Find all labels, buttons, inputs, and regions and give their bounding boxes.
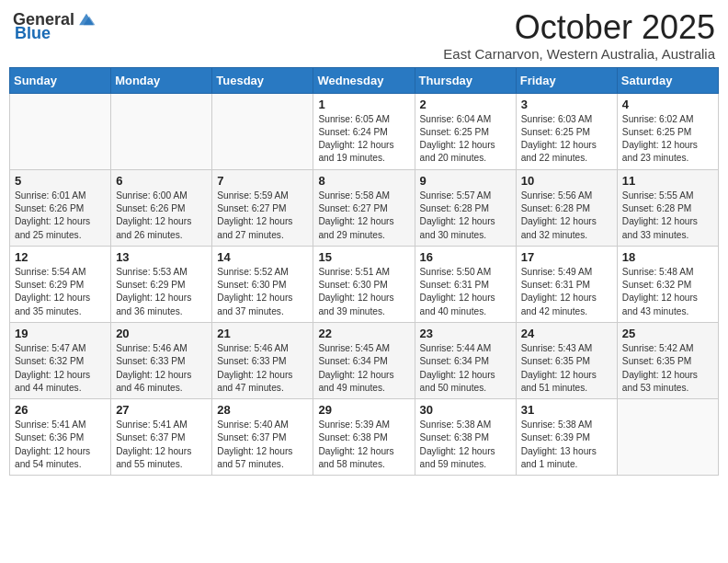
calendar-cell: 20Sunrise: 5:46 AM Sunset: 6:33 PM Dayli… [111,322,212,398]
day-info: Sunrise: 5:43 AM Sunset: 6:35 PM Dayligh… [521,342,612,395]
calendar-cell: 9Sunrise: 5:57 AM Sunset: 6:28 PM Daylig… [415,169,516,246]
page-header: General Blue October 2025 East Carnarvon… [9,9,719,62]
calendar-cell: 13Sunrise: 5:53 AM Sunset: 6:29 PM Dayli… [111,246,212,322]
day-number: 25 [622,327,713,340]
day-info: Sunrise: 5:41 AM Sunset: 6:36 PM Dayligh… [15,419,106,471]
calendar-cell: 5Sunrise: 6:01 AM Sunset: 6:26 PM Daylig… [10,169,111,246]
day-info: Sunrise: 6:00 AM Sunset: 6:26 PM Dayligh… [116,190,207,242]
day-number: 30 [420,403,511,417]
day-info: Sunrise: 5:52 AM Sunset: 6:30 PM Dayligh… [217,266,308,318]
day-number: 10 [521,174,612,188]
calendar-week-row: 1Sunrise: 6:05 AM Sunset: 6:24 PM Daylig… [10,93,719,169]
calendar-cell: 16Sunrise: 5:50 AM Sunset: 6:31 PM Dayli… [415,246,516,322]
day-info: Sunrise: 5:55 AM Sunset: 6:28 PM Dayligh… [622,190,713,242]
day-number: 8 [318,174,409,188]
calendar-cell [111,93,212,169]
day-info: Sunrise: 5:46 AM Sunset: 6:33 PM Dayligh… [116,342,207,395]
day-info: Sunrise: 6:05 AM Sunset: 6:24 PM Dayligh… [318,113,409,166]
day-number: 13 [116,250,207,264]
day-number: 16 [420,250,511,264]
calendar-cell: 1Sunrise: 6:05 AM Sunset: 6:24 PM Daylig… [313,93,415,169]
day-number: 14 [217,250,308,264]
calendar-cell: 2Sunrise: 6:04 AM Sunset: 6:25 PM Daylig… [415,93,516,169]
day-number: 2 [420,98,511,111]
day-number: 20 [116,327,207,340]
day-number: 31 [521,403,612,417]
calendar-cell: 23Sunrise: 5:44 AM Sunset: 6:34 PM Dayli… [415,322,516,398]
day-number: 22 [318,327,409,340]
weekday-header-row: SundayMondayTuesdayWednesdayThursdayFrid… [10,67,719,93]
calendar-cell: 6Sunrise: 6:00 AM Sunset: 6:26 PM Daylig… [111,169,212,246]
day-number: 6 [116,174,207,188]
day-info: Sunrise: 5:49 AM Sunset: 6:31 PM Dayligh… [521,266,612,318]
day-info: Sunrise: 5:56 AM Sunset: 6:28 PM Dayligh… [521,190,612,242]
day-info: Sunrise: 5:38 AM Sunset: 6:38 PM Dayligh… [420,419,511,471]
calendar-cell: 17Sunrise: 5:49 AM Sunset: 6:31 PM Dayli… [516,246,617,322]
logo-blue-text: Blue [15,24,51,43]
month-title: October 2025 [443,9,715,46]
day-info: Sunrise: 5:57 AM Sunset: 6:28 PM Dayligh… [420,190,511,242]
logo-icon [76,9,97,29]
day-info: Sunrise: 5:41 AM Sunset: 6:37 PM Dayligh… [116,419,207,471]
calendar-cell: 12Sunrise: 5:54 AM Sunset: 6:29 PM Dayli… [10,246,111,322]
day-number: 5 [15,174,106,188]
day-info: Sunrise: 5:42 AM Sunset: 6:35 PM Dayligh… [622,342,713,395]
calendar-cell: 29Sunrise: 5:39 AM Sunset: 6:38 PM Dayli… [313,399,415,476]
day-number: 28 [217,403,308,417]
calendar-cell: 14Sunrise: 5:52 AM Sunset: 6:30 PM Dayli… [212,246,313,322]
calendar-cell: 10Sunrise: 5:56 AM Sunset: 6:28 PM Dayli… [516,169,617,246]
calendar-cell: 26Sunrise: 5:41 AM Sunset: 6:36 PM Dayli… [10,399,111,476]
day-number: 15 [318,250,409,264]
day-info: Sunrise: 6:04 AM Sunset: 6:25 PM Dayligh… [420,113,511,166]
calendar-cell: 8Sunrise: 5:58 AM Sunset: 6:27 PM Daylig… [313,169,415,246]
day-number: 29 [318,403,409,417]
title-area: October 2025 East Carnarvon, Western Aus… [443,9,715,62]
day-number: 18 [622,250,713,264]
day-number: 17 [521,250,612,264]
calendar-cell: 28Sunrise: 5:40 AM Sunset: 6:37 PM Dayli… [212,399,313,476]
day-number: 11 [622,174,713,188]
calendar-cell: 25Sunrise: 5:42 AM Sunset: 6:35 PM Dayli… [617,322,718,398]
day-info: Sunrise: 5:47 AM Sunset: 6:32 PM Dayligh… [15,342,106,395]
day-info: Sunrise: 5:40 AM Sunset: 6:37 PM Dayligh… [217,419,308,471]
day-number: 4 [622,98,713,111]
calendar-cell: 4Sunrise: 6:02 AM Sunset: 6:25 PM Daylig… [617,93,718,169]
day-info: Sunrise: 5:38 AM Sunset: 6:39 PM Dayligh… [521,419,612,471]
day-number: 23 [420,327,511,340]
calendar-week-row: 19Sunrise: 5:47 AM Sunset: 6:32 PM Dayli… [10,322,719,398]
day-info: Sunrise: 6:01 AM Sunset: 6:26 PM Dayligh… [15,190,106,242]
day-info: Sunrise: 5:50 AM Sunset: 6:31 PM Dayligh… [420,266,511,318]
day-number: 19 [15,327,106,340]
day-info: Sunrise: 5:54 AM Sunset: 6:29 PM Dayligh… [15,266,106,318]
logo: General Blue [13,9,97,43]
weekday-header-wednesday: Wednesday [313,67,415,93]
calendar-cell [617,399,718,476]
calendar-table: SundayMondayTuesdayWednesdayThursdayFrid… [9,67,719,477]
day-info: Sunrise: 5:51 AM Sunset: 6:30 PM Dayligh… [318,266,409,318]
calendar-cell: 19Sunrise: 5:47 AM Sunset: 6:32 PM Dayli… [10,322,111,398]
calendar-cell: 11Sunrise: 5:55 AM Sunset: 6:28 PM Dayli… [617,169,718,246]
calendar-cell: 30Sunrise: 5:38 AM Sunset: 6:38 PM Dayli… [415,399,516,476]
calendar-cell: 3Sunrise: 6:03 AM Sunset: 6:25 PM Daylig… [516,93,617,169]
calendar-cell: 7Sunrise: 5:59 AM Sunset: 6:27 PM Daylig… [212,169,313,246]
location-title: East Carnarvon, Western Australia, Austr… [443,46,715,62]
calendar-cell: 21Sunrise: 5:46 AM Sunset: 6:33 PM Dayli… [212,322,313,398]
day-number: 24 [521,327,612,340]
day-info: Sunrise: 5:39 AM Sunset: 6:38 PM Dayligh… [318,419,409,471]
calendar-cell [212,93,313,169]
calendar-cell: 24Sunrise: 5:43 AM Sunset: 6:35 PM Dayli… [516,322,617,398]
day-number: 12 [15,250,106,264]
weekday-header-saturday: Saturday [617,67,718,93]
day-info: Sunrise: 5:53 AM Sunset: 6:29 PM Dayligh… [116,266,207,318]
day-number: 9 [420,174,511,188]
weekday-header-tuesday: Tuesday [212,67,313,93]
day-number: 1 [318,98,409,111]
day-info: Sunrise: 5:59 AM Sunset: 6:27 PM Dayligh… [217,190,308,242]
calendar-cell: 18Sunrise: 5:48 AM Sunset: 6:32 PM Dayli… [617,246,718,322]
day-number: 7 [217,174,308,188]
day-info: Sunrise: 5:46 AM Sunset: 6:33 PM Dayligh… [217,342,308,395]
day-info: Sunrise: 5:48 AM Sunset: 6:32 PM Dayligh… [622,266,713,318]
calendar-cell: 31Sunrise: 5:38 AM Sunset: 6:39 PM Dayli… [516,399,617,476]
weekday-header-sunday: Sunday [10,67,111,93]
weekday-header-monday: Monday [111,67,212,93]
